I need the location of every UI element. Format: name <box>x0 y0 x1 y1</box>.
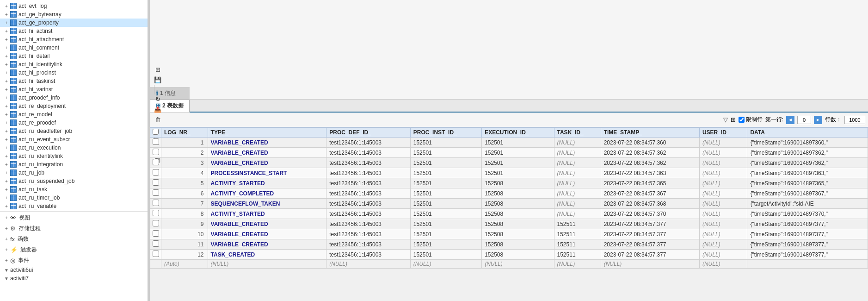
log-nr: 1 <box>161 138 208 148</box>
sidebar-table-item[interactable]: + act_hi_actinst <box>0 27 148 35</box>
sidebar-section-item[interactable]: + 👁 视图 <box>0 213 148 223</box>
row-checkbox[interactable] <box>153 179 159 186</box>
delete-btn[interactable]: 🗑 <box>153 115 163 125</box>
row-checkbox-cell[interactable] <box>150 188 161 199</box>
row-checkbox[interactable] <box>153 240 159 247</box>
expand-icon: ▼ <box>4 268 9 273</box>
sidebar-table-item[interactable]: + act_hi_comment <box>0 44 148 52</box>
table-row[interactable]: 1VARIABLE_CREATEDtest123456:1:1450031525… <box>150 138 868 148</box>
sidebar-table-item[interactable]: + act_ge_property <box>0 19 148 27</box>
row-checkbox[interactable] <box>153 169 159 176</box>
sidebar-table-item[interactable]: + act_ge_bytearray <box>0 10 148 19</box>
sidebar-table-item[interactable]: + act_ru_job <box>0 169 148 177</box>
row-checkbox-cell[interactable] <box>150 209 161 219</box>
col-header-USER_ID_: USER_ID_ <box>699 128 747 138</box>
auto-row-cell: (NULL) <box>410 260 481 269</box>
row-checkbox-cell[interactable] <box>150 239 161 250</box>
sidebar-table-item[interactable]: + act_ru_identitylink <box>0 152 148 160</box>
log-nr: 4 <box>161 168 208 178</box>
sidebar-db-item[interactable]: ▼ activiti6ui <box>0 266 148 274</box>
sidebar-table-item[interactable]: + act_ru_suspended_job <box>0 177 148 185</box>
filter-icon[interactable]: ▽ <box>723 116 728 123</box>
row-checkbox-cell[interactable] <box>150 158 161 168</box>
row-checkbox[interactable] <box>153 149 159 155</box>
limit-row-checkbox[interactable] <box>739 117 745 123</box>
sidebar-table-item[interactable]: + act_hi_procinst <box>0 69 148 77</box>
table-row[interactable]: 7SEQUENCEFLOW_TAKENtest123456:1:14500315… <box>150 199 868 209</box>
refresh-icon[interactable]: ⊞ <box>731 116 736 123</box>
sidebar-table-item[interactable]: + act_ru_integration <box>0 160 148 169</box>
sidebar-table-item[interactable]: + act_re_deployment <box>0 102 148 110</box>
row-checkbox[interactable] <box>153 138 159 145</box>
table-row[interactable]: 8ACTIVITY_STARTEDtest123456:1:1450031525… <box>150 209 868 219</box>
table-row[interactable]: 9VARIABLE_CREATEDtest123456:1:1450031525… <box>150 219 868 229</box>
table-row[interactable]: 10VARIABLE_CREATEDtest123456:1:145003152… <box>150 229 868 239</box>
col-header-PROC_DEF_ID_: PROC_DEF_ID_ <box>326 128 410 138</box>
row-checkbox-cell[interactable] <box>150 138 161 148</box>
table-row[interactable]: 11VARIABLE_CREATEDtest123456:1:145003152… <box>150 239 868 250</box>
sidebar-table-item[interactable]: + act_evt_log <box>0 2 148 10</box>
first-row-input[interactable] <box>797 116 811 124</box>
row-checkbox-cell[interactable] <box>150 250 161 260</box>
sidebar-table-item[interactable]: + act_ru_execution <box>0 144 148 152</box>
sidebar-db-item[interactable]: ▼ activiti7 <box>0 274 148 282</box>
select-all-checkbox[interactable] <box>153 129 159 135</box>
prev-page-btn[interactable]: ◄ <box>786 116 794 124</box>
table-row[interactable]: 2VARIABLE_CREATEDtest123456:1:1450031525… <box>150 148 868 158</box>
sidebar-section-item[interactable]: + ⚡ 触发器 <box>0 245 148 255</box>
row-checkbox[interactable] <box>153 230 159 237</box>
auto-row-cell: (NULL) <box>601 260 699 269</box>
sidebar-table-item[interactable]: + act_ru_variable <box>0 202 148 210</box>
table-row[interactable]: 12TASK_CREATEDtest123456:1:1450031525011… <box>150 250 868 260</box>
log-type: VARIABLE_CREATED <box>208 148 326 158</box>
row-count-input[interactable] <box>844 116 865 124</box>
row-checkbox[interactable] <box>153 189 159 196</box>
sidebar-table-item[interactable]: + act_re_proodef <box>0 119 148 127</box>
row-checkbox[interactable] <box>153 159 159 165</box>
row-checkbox-cell[interactable] <box>150 178 161 188</box>
sidebar-section-item[interactable]: + fx 函数 <box>0 234 148 245</box>
sidebar-section-item[interactable]: + ◎ 事件 <box>0 255 148 266</box>
user-id: (NULL) <box>699 209 747 219</box>
expand-icon: + <box>4 29 9 34</box>
data-col: {"timeStamp":1690014897365," <box>747 178 868 188</box>
sidebar-table-item[interactable]: + act_ru_event_subscr <box>0 135 148 144</box>
sidebar-table-item[interactable]: + act_ru_task <box>0 185 148 194</box>
refresh-btn[interactable]: ↻ <box>153 94 163 105</box>
table-row[interactable]: 6ACTIVITY_COMPLETEDtest123456:1:14500315… <box>150 188 868 199</box>
sidebar-table-item[interactable]: + act_hi_identitylink <box>0 60 148 69</box>
save-btn[interactable]: 💾 <box>153 75 163 85</box>
row-checkbox[interactable] <box>153 251 159 257</box>
row-checkbox[interactable] <box>153 200 159 206</box>
sidebar-table-item[interactable]: + act_hi_taskinst <box>0 77 148 85</box>
sidebar-table-item[interactable]: + act_hi_detail <box>0 52 148 60</box>
sidebar-table-item[interactable]: + act_proodef_info <box>0 94 148 102</box>
grid-btn[interactable]: ⊞ <box>153 65 163 75</box>
row-checkbox-cell[interactable] <box>150 229 161 239</box>
row-checkbox[interactable] <box>153 210 159 216</box>
row-checkbox-cell[interactable] <box>150 219 161 229</box>
log-type: ACTIVITY_STARTED <box>208 209 326 219</box>
expand-icon: + <box>4 145 9 150</box>
sidebar-section-item[interactable]: + ⚙ 存储过程 <box>0 223 148 234</box>
col-header-TIME_STAMP_: TIME_STAMP_ <box>601 128 699 138</box>
row-checkbox-cell[interactable] <box>150 199 161 209</box>
table-name: act_ru_identitylink <box>18 153 63 159</box>
sidebar-table-item[interactable]: + act_re_model <box>0 110 148 119</box>
export-btn[interactable]: 📤 <box>153 105 163 115</box>
table-row[interactable]: 3VARIABLE_CREATEDtest123456:1:1450031525… <box>150 158 868 168</box>
log-nr: 8 <box>161 209 208 219</box>
sidebar-table-item[interactable]: + act_ru_deadletter_job <box>0 127 148 135</box>
proc-def-id: test123456:1:145003 <box>326 219 410 229</box>
sidebar-table-item[interactable]: + act_ru_timer_job <box>0 194 148 202</box>
proc-inst-id: 152501 <box>410 178 481 188</box>
row-checkbox-cell[interactable] <box>150 168 161 178</box>
sidebar-table-item[interactable]: + act_hi_varinst <box>0 85 148 94</box>
row-checkbox-cell[interactable] <box>150 148 161 158</box>
sidebar-table-item[interactable]: + act_hi_attachment <box>0 35 148 44</box>
table-row[interactable]: 5ACTIVITY_STARTEDtest123456:1:1450031525… <box>150 178 868 188</box>
next-page-btn[interactable]: ► <box>814 116 822 124</box>
table-row[interactable]: 4PROCESSINSTANCE_STARTtest123456:1:14500… <box>150 168 868 178</box>
table-icon <box>10 61 17 68</box>
row-checkbox[interactable] <box>153 220 159 226</box>
